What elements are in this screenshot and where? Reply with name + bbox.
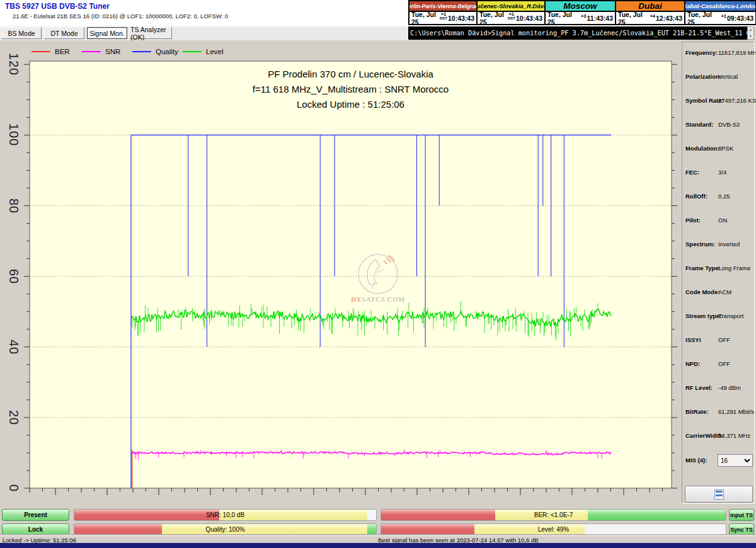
offset-value: +1	[441, 12, 447, 17]
param-value: 3/4	[718, 169, 726, 176]
param-label: Frequency:	[685, 49, 718, 56]
clock-hms: 11:43:43	[587, 14, 613, 22]
clock-date: Tue, Jul 25	[687, 11, 720, 26]
clock-date: Tue, Jul 25	[411, 11, 439, 26]
offset-value: +3	[581, 14, 587, 19]
param-value: Transport	[718, 312, 743, 319]
clock-utc-offset: +4	[650, 14, 655, 19]
y-axis-label-20: 20	[6, 404, 21, 431]
console-path: C:\Users\Roman Dávid>Signal monitoring_P…	[408, 26, 747, 40]
offset-value: +1	[721, 14, 726, 19]
legend-line-swatch	[132, 51, 151, 52]
legend-label: Quality	[156, 48, 178, 55]
param-label: NPD:	[685, 360, 700, 367]
tuner-subtitle: 21.6E - Eutelsat 21B SES 16 (ID: 0216) @…	[13, 13, 228, 20]
clock-time: Tue, Jul 25+1DST10:43:43	[410, 12, 476, 24]
clock-dubai: DubaiTue, Jul 25+412:43:43	[616, 1, 685, 24]
param-label: Frame Type:	[685, 265, 721, 271]
param-label: Spectrum:	[685, 241, 715, 248]
legend-label: BER	[55, 48, 70, 55]
param-label: Polarization:	[685, 73, 721, 80]
signal-parameters-sidebar: MIS (4): 16 Frequency:11617,819 MHzPolar…	[682, 42, 755, 504]
param-value: 61,291 Mbit/s	[718, 408, 754, 415]
tab-signal-mon-[interactable]: Signal Mon.	[87, 27, 127, 39]
lock-button[interactable]: Lock	[2, 523, 69, 535]
y-axis-label-40: 40	[6, 333, 21, 361]
clock-hms: 12:43:43	[656, 14, 682, 22]
clock-utc-offset: +3	[581, 14, 587, 19]
mis-label: MIS (4):	[685, 457, 707, 464]
legend-line-swatch	[183, 51, 202, 52]
spinner-down-icon[interactable]: ▼	[748, 33, 753, 40]
legend-line-swatch	[82, 51, 101, 52]
indicator-bar-right: BER: <1.0E-7	[381, 509, 726, 521]
clock-date: Tue, Jul 25	[547, 11, 580, 26]
param-value: 11617,819 MHz	[718, 49, 756, 56]
bar-value-text: Quality: 100%	[74, 524, 376, 535]
param-value: OFF	[718, 360, 730, 367]
param-value: 0.25	[718, 193, 730, 200]
clock-time: Tue, Jul 25+109:43:43	[685, 12, 755, 24]
y-axis-label-0: 0	[6, 474, 21, 502]
legend-item-level: Level	[183, 47, 233, 57]
param-value: -49 dBm	[718, 384, 741, 391]
offset-value: +4	[650, 14, 655, 19]
param-value: Vertical	[718, 73, 738, 80]
param-value: Inverted	[718, 241, 740, 248]
clock-time: Tue, Jul 25+412:43:43	[616, 12, 684, 24]
world-clocks: Berlin-Paris-Vienna-BelgradeTue, Jul 25+…	[408, 0, 756, 25]
clock-rabat-casablanca-london: Rabat-Casablanca-LondonTue, Jul 25+109:4…	[685, 1, 755, 24]
clock-hms: 10:43:43	[448, 14, 474, 22]
clock-hms: 09:43:43	[727, 14, 753, 22]
tab-dt-mode[interactable]: DT Mode	[44, 27, 84, 39]
indicator-bar-left: Quality: 100%	[74, 523, 377, 535]
legend-label: SNR	[105, 48, 120, 55]
clock-utc-offset: +1DST	[440, 12, 447, 21]
signal-chart-panel: BERSNRQualityLevel DXSATCS.COM PF Prodel…	[0, 40, 680, 508]
dst-flag: DST	[440, 16, 447, 20]
mis-select[interactable]: 16	[718, 454, 753, 467]
legend-item-quality: Quality	[132, 47, 183, 57]
app-title: TBS 5927 USB DVB-S2 Tuner	[5, 2, 110, 11]
legend-item-snr: SNR	[82, 47, 132, 57]
bar-value-text: BER: <1.0E-7	[381, 510, 726, 520]
tab-bs-mode[interactable]: BS Mode	[1, 27, 42, 39]
param-value: 8PSK	[718, 145, 733, 152]
chart-title-uptime: Locked Uptime : 51:25:06	[30, 97, 672, 112]
chart-title-line1: PF Prodelin 370 cm / Lucenec-Slovakia	[30, 67, 672, 82]
clock-lu-enec-slovakia-r-d-vid: Lučenec-Slovakia_R.DávidTue, Jul 25+1DST…	[478, 1, 546, 24]
sync-ts-button[interactable]: Sync TS	[729, 523, 754, 535]
tab-ts-analyzer-ok-[interactable]: TS Analyzer (OK)	[130, 27, 172, 39]
taskbar-edge	[0, 543, 756, 548]
input-ts-button[interactable]: Input TS	[729, 509, 754, 521]
param-label: RollOff:	[685, 193, 707, 200]
param-label: Code Mode:	[685, 288, 719, 295]
legend-label: Level	[206, 48, 224, 55]
legend-line-swatch	[32, 51, 50, 52]
y-axis-label-100: 100	[6, 121, 21, 149]
indicator-bar-left: SNR: 10,0 dB	[74, 509, 377, 521]
clock-moscow: MoscowTue, Jul 25+311:43:43	[546, 1, 616, 24]
console-spinner[interactable]: ▲ ▼	[747, 26, 754, 40]
clock-berlin-paris-vienna-belgrade: Berlin-Paris-Vienna-BelgradeTue, Jul 25+…	[410, 1, 478, 24]
clock-utc-offset: +1DST	[508, 12, 515, 21]
clock-date: Tue, Jul 25	[479, 11, 507, 26]
param-value: DVB-S2	[718, 121, 740, 128]
bar-value-text: SNR: 10,0 dB	[74, 510, 376, 520]
present-button[interactable]: Present	[2, 509, 69, 521]
svg-text:DXSATCS.COM: DXSATCS.COM	[351, 295, 405, 303]
spinner-up-icon[interactable]: ▲	[748, 27, 753, 33]
mode-tabstrip: BS ModeDT ModeSignal Mon.TS Analyzer (OK…	[0, 26, 408, 40]
clock-utc-offset: +1	[721, 14, 726, 19]
indicator-row-1: PresentSNR: 10,0 dBBER: <1.0E-7Input TS	[0, 509, 756, 521]
param-value: ACM	[718, 288, 731, 295]
indicator-bar-right: Level: 49%	[381, 523, 726, 535]
offset-value: +1	[509, 12, 515, 17]
clock-time: Tue, Jul 25+1DST10:43:43	[478, 12, 544, 24]
ts-list-button[interactable]	[685, 486, 753, 503]
header: TBS 5927 USB DVB-S2 Tuner 21.6E - Eutels…	[0, 0, 756, 26]
ts-list-icon	[714, 489, 724, 499]
clock-date: Tue, Jul 25	[618, 11, 649, 26]
param-value: Long Frame	[718, 265, 750, 271]
y-axis-label-60: 60	[6, 263, 21, 290]
